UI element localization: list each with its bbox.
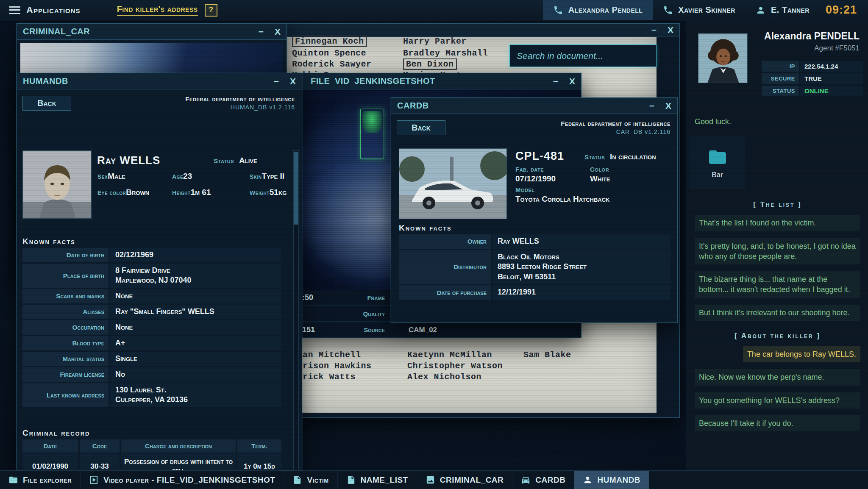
minimize-button[interactable]: −: [553, 77, 558, 86]
contact-name: E. Tanner: [771, 5, 810, 15]
file-bar[interactable]: Bar: [690, 136, 745, 189]
document-icon: [292, 475, 302, 485]
attr-value: 51kg: [270, 188, 287, 197]
minimize-button[interactable]: −: [651, 25, 657, 34]
chat-message: Because I'll take it if you do.: [695, 415, 860, 431]
agent-info-table: IP222.54.1.24 SECURETRUE STATUSONLINE: [762, 61, 863, 98]
close-button[interactable]: X: [665, 101, 671, 110]
fact-value: 8 Fairview Drive Maplewood, NJ 07040: [110, 264, 281, 288]
department-label: Federal department of intelligence: [561, 120, 670, 127]
taskbar-label: HUMANDB: [597, 475, 640, 485]
fab-date-value: 07/12/1990: [515, 174, 556, 183]
fact-value: Ray WELLS: [492, 234, 670, 249]
chat-message: It's pretty long, and, to be honest, I g…: [695, 238, 860, 265]
close-button[interactable]: X: [668, 25, 673, 34]
close-button[interactable]: X: [275, 27, 281, 36]
taskbar-item-cardb[interactable]: CARDB: [512, 471, 574, 489]
applications-menu[interactable]: Applications: [0, 5, 90, 16]
fact-value: 130 Laurel St. Culpepper, VA 20136: [110, 383, 281, 407]
taskbar-item-victim[interactable]: Victim: [284, 471, 337, 489]
fact-label: Date of purchase: [399, 285, 491, 300]
chat-message: The bizarre thing is... that name at the…: [695, 271, 860, 298]
video-titlebar[interactable]: FILE_VID_JENKINSGETSHOT − X: [294, 73, 581, 89]
record-header: Term.: [237, 439, 281, 453]
fact-label: Firearm license: [22, 367, 108, 382]
name-list-titlebar[interactable]: − X: [283, 24, 679, 36]
fact-label: Occupation: [22, 320, 108, 335]
document-icon: [346, 475, 356, 485]
fact-label: Place of birth: [22, 264, 108, 288]
window-title: CRIMINAL_CAR: [23, 27, 90, 36]
db-version: CAR_DB v1.2.116: [561, 128, 670, 135]
agent-profile: Alexandra PENDELL Agent #F5051 IP222.54.…: [687, 20, 868, 110]
back-button[interactable]: Back: [22, 96, 71, 111]
taskbar-label: CARDB: [535, 475, 565, 485]
info-value: 222.54.1.24: [800, 61, 863, 72]
taskbar-item-criminal-car[interactable]: CRIMINAL_CAR: [417, 471, 513, 489]
attr-label: Sex: [97, 173, 108, 180]
taskbar-item-video-player[interactable]: Video player - FILE_VID_JENKINSGETSHOT: [81, 471, 284, 489]
attr-label: Eye color: [97, 189, 126, 196]
list-name: Harry Parker: [403, 36, 467, 46]
list-name: Quinton Spence: [292, 48, 366, 58]
agent-id: Agent #F5051: [814, 44, 860, 53]
record-header: Code: [80, 439, 120, 453]
search-input[interactable]: [510, 51, 656, 61]
scrollbar-thumb[interactable]: [294, 152, 298, 225]
humandb-titlebar[interactable]: HUMANDB − X: [17, 73, 302, 89]
meta-label: Quality: [323, 310, 385, 317]
contact-e-tanner[interactable]: E. Tanner: [746, 0, 820, 20]
window-title: CARDB: [397, 101, 429, 111]
taskbar-item-file-explorer[interactable]: File explorer: [0, 471, 81, 489]
criminal-car-titlebar[interactable]: CRIMINAL_CAR − X: [17, 24, 287, 40]
help-button[interactable]: ?: [205, 4, 217, 17]
taskbar-item-humandb[interactable]: HUMANDB: [574, 471, 649, 489]
contact-name: Xavier Skinner: [678, 5, 735, 15]
minimize-button[interactable]: −: [274, 77, 279, 86]
fact-label: Owner: [399, 234, 491, 249]
minimize-button[interactable]: −: [649, 101, 654, 110]
contact-xavier-skinner[interactable]: Xavier Skinner: [653, 0, 746, 20]
section-about-the-killer: [ About the killer ]: [687, 332, 868, 340]
record-header: Date: [22, 439, 78, 453]
file-label: Bar: [712, 171, 723, 179]
folder-icon: [705, 147, 730, 167]
contact-alexandra-pendell[interactable]: Alexandra Pendell: [543, 0, 653, 20]
minimize-button[interactable]: −: [259, 27, 264, 36]
fact-row: Distributor Black Oil Motors 8893 Leeton…: [399, 250, 670, 284]
taskbar-item-name-list[interactable]: NAME_LIST: [338, 471, 417, 489]
status-label: Status: [584, 153, 605, 161]
window-humandb: HUMANDB − X Back Federal department of i…: [17, 73, 302, 470]
taskbar-label: Video player - FILE_VID_JENKINSGETSHOT: [103, 475, 275, 485]
suspect-portrait: [23, 151, 92, 219]
agent-portrait: [698, 33, 748, 83]
taskbar-label: Victim: [307, 475, 328, 485]
info-label: STATUS: [762, 86, 799, 96]
fab-date-label: Fab. date: [515, 166, 556, 173]
fact-label: Marital status: [22, 352, 108, 366]
back-button[interactable]: Back: [397, 120, 445, 135]
department-label: Federal department of intelligence: [185, 95, 295, 103]
person-icon: [756, 5, 766, 15]
car-image: [399, 149, 507, 219]
attr-label: Age: [172, 173, 183, 180]
status-value: Alive: [239, 156, 257, 165]
cardb-titlebar[interactable]: CARDB − X: [391, 98, 677, 114]
fact-value: Black Oil Motors 8893 Leeton Ridge Stree…: [492, 250, 670, 284]
search-box: [509, 44, 657, 67]
fact-value: None: [110, 320, 281, 335]
close-button[interactable]: X: [569, 77, 575, 86]
list-name: Roderick Sawyer: [292, 59, 372, 69]
person-icon: [583, 475, 593, 485]
agent-sidebar: Alexandra PENDELL Agent #F5051 IP222.54.…: [687, 20, 868, 470]
meta-value: CAM_02: [409, 326, 437, 334]
list-name: Finnegan Koch: [292, 36, 367, 47]
attr-value: Type II: [262, 172, 284, 181]
close-button[interactable]: X: [290, 77, 296, 86]
status-value: In circulation: [610, 152, 656, 161]
agent-name: Alexandra PENDELL: [764, 31, 860, 42]
window-cardb: CARDB − X Back Federal department of int…: [391, 97, 678, 323]
model-label: Model: [515, 186, 609, 193]
scrollbar-track[interactable]: [293, 150, 299, 489]
list-name: Alex Nicholson: [407, 372, 481, 382]
